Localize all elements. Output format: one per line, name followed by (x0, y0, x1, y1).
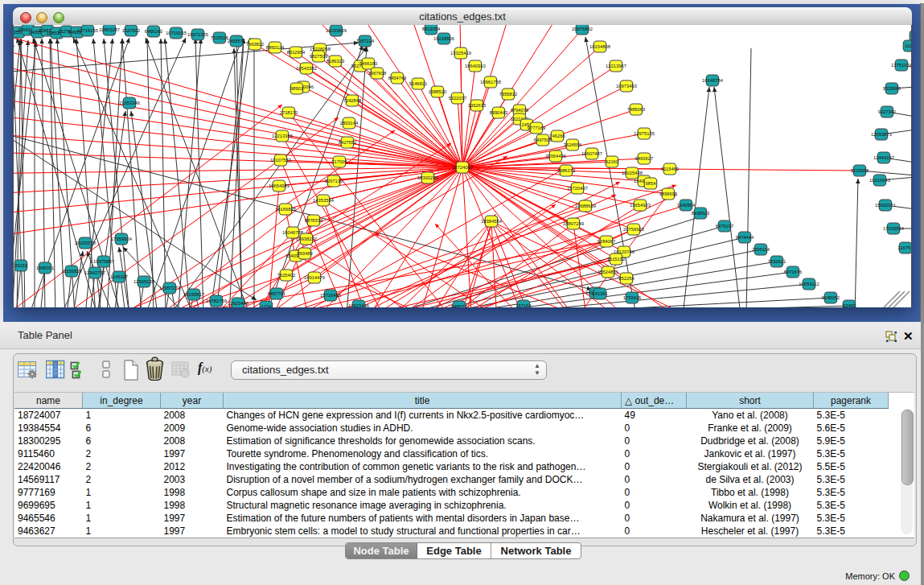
svg-text:20200578: 20200578 (75, 241, 96, 245)
svg-text:8186323: 8186323 (326, 59, 345, 64)
svg-text:10210643: 10210643 (869, 178, 890, 183)
svg-text:62160: 62160 (606, 159, 618, 164)
svg-text:9457791: 9457791 (268, 291, 286, 296)
svg-text:15692971: 15692971 (875, 203, 896, 208)
svg-text:6497508: 6497508 (534, 138, 552, 142)
svg-text:157164: 157164 (515, 303, 532, 307)
svg-text:1588520: 1588520 (429, 89, 447, 94)
svg-text:10973493: 10973493 (616, 84, 637, 89)
svg-text:1362615: 1362615 (468, 103, 487, 108)
svg-text:20876862: 20876862 (572, 27, 593, 31)
svg-text:993489: 993489 (297, 251, 312, 256)
svg-text:2967608: 2967608 (368, 71, 387, 76)
svg-text:252254: 252254 (618, 276, 634, 281)
svg-text:9115460: 9115460 (661, 167, 679, 171)
svg-text:16671355: 16671355 (187, 32, 208, 37)
svg-text:14914479: 14914479 (304, 275, 325, 280)
svg-text:92450: 92450 (843, 303, 856, 307)
svg-text:10607487: 10607487 (581, 151, 602, 156)
svg-text:2718170: 2718170 (280, 110, 298, 115)
svg-text:141361: 141361 (592, 291, 607, 296)
svg-text:8990443: 8990443 (490, 110, 508, 115)
svg-text:9245052: 9245052 (822, 295, 840, 300)
svg-text:16648784: 16648784 (702, 78, 724, 83)
svg-text:9474444: 9474444 (736, 235, 754, 240)
svg-text:7986372: 7986372 (557, 168, 576, 173)
svg-text:17957273: 17957273 (159, 286, 180, 290)
svg-text:19654983: 19654983 (269, 183, 290, 188)
svg-text:10719155: 10719155 (77, 28, 98, 33)
svg-text:21053346: 21053346 (119, 101, 140, 105)
svg-text:317006: 317006 (331, 159, 347, 164)
svg-text:18724007: 18724007 (452, 165, 473, 170)
svg-text:9827509: 9827509 (310, 54, 328, 59)
svg-text:5322037: 5322037 (449, 96, 467, 101)
svg-text:39153: 39153 (14, 263, 27, 268)
svg-text:1733426: 1733426 (623, 295, 642, 300)
svg-text:7357224: 7357224 (356, 39, 375, 43)
svg-text:1117: 1117 (905, 43, 912, 48)
svg-text:12923446: 12923446 (228, 301, 248, 306)
svg-text:8912954: 8912954 (287, 50, 306, 55)
svg-text:5466160: 5466160 (359, 61, 378, 66)
svg-text:9146821: 9146821 (409, 81, 428, 86)
svg-text:98901: 98901 (290, 86, 303, 91)
svg-text:2935114: 2935114 (752, 247, 770, 252)
svg-text:19218506: 19218506 (433, 36, 454, 41)
svg-text:10853287: 10853287 (99, 27, 120, 32)
svg-text:16961758: 16961758 (480, 80, 501, 84)
svg-text:8427552: 8427552 (339, 140, 357, 145)
svg-text:15524851: 15524851 (598, 270, 618, 274)
svg-text:3215958: 3215958 (851, 168, 869, 173)
svg-text:14353594: 14353594 (313, 198, 335, 203)
svg-text:9854: 9854 (646, 181, 657, 186)
svg-text:7625402: 7625402 (277, 273, 296, 278)
svg-text:17359924: 17359924 (111, 237, 133, 241)
svg-text:1161: 1161 (911, 34, 912, 39)
svg-text:18300295: 18300295 (417, 175, 438, 180)
svg-text:20756928: 20756928 (623, 227, 644, 232)
svg-text:1527602: 1527602 (122, 28, 141, 33)
svg-text:8938923: 8938923 (692, 211, 710, 216)
svg-text:1145197: 1145197 (110, 274, 128, 279)
svg-text:18640910: 18640910 (465, 64, 486, 68)
svg-text:1845001: 1845001 (36, 266, 55, 270)
svg-text:14938222: 14938222 (296, 237, 317, 241)
svg-text:13654923: 13654923 (630, 203, 651, 208)
svg-text:9794078: 9794078 (511, 108, 529, 113)
svg-text:12093873: 12093873 (871, 132, 892, 137)
svg-text:11156829: 11156829 (62, 269, 82, 274)
svg-text:8878334: 8878334 (305, 218, 323, 223)
svg-text:10719155: 10719155 (166, 31, 187, 35)
svg-text:6466160: 6466160 (145, 29, 163, 34)
svg-text:18807249: 18807249 (563, 221, 584, 226)
svg-text:7242848: 7242848 (343, 98, 362, 103)
svg-text:16782759: 16782759 (206, 299, 227, 303)
svg-text:17016504: 17016504 (883, 226, 905, 231)
svg-text:8454749: 8454749 (388, 76, 407, 80)
svg-text:6479197: 6479197 (716, 224, 734, 229)
svg-text:3624554: 3624554 (564, 142, 582, 147)
svg-text:9284067: 9284067 (598, 239, 616, 244)
svg-text:19384554: 19384554 (481, 219, 503, 224)
svg-text:2405571: 2405571 (228, 39, 246, 43)
svg-text:948577: 948577 (451, 304, 466, 307)
svg-text:7632621: 7632621 (768, 259, 786, 264)
svg-text:9329966: 9329966 (883, 86, 901, 91)
svg-text:1640954: 1640954 (677, 203, 696, 208)
svg-text:8813054: 8813054 (422, 27, 441, 31)
svg-text:7663822: 7663822 (246, 42, 265, 47)
svg-text:15720407: 15720407 (567, 186, 588, 191)
svg-text:116753: 116753 (898, 245, 912, 250)
svg-text:20364436: 20364436 (545, 154, 566, 159)
svg-text:10654112: 10654112 (799, 282, 819, 286)
svg-text:12942757: 12942757 (84, 270, 105, 275)
svg-text:12213369: 12213369 (272, 134, 293, 138)
svg-text:8471676: 8471676 (784, 270, 803, 274)
svg-text:12923446: 12923446 (348, 303, 369, 307)
svg-text:3267130: 3267130 (325, 179, 343, 183)
svg-text:7515526: 7515526 (211, 35, 229, 40)
svg-text:19166825: 19166825 (275, 207, 296, 212)
svg-text:10543382: 10543382 (296, 66, 317, 71)
svg-text:12505135: 12505135 (133, 279, 154, 284)
